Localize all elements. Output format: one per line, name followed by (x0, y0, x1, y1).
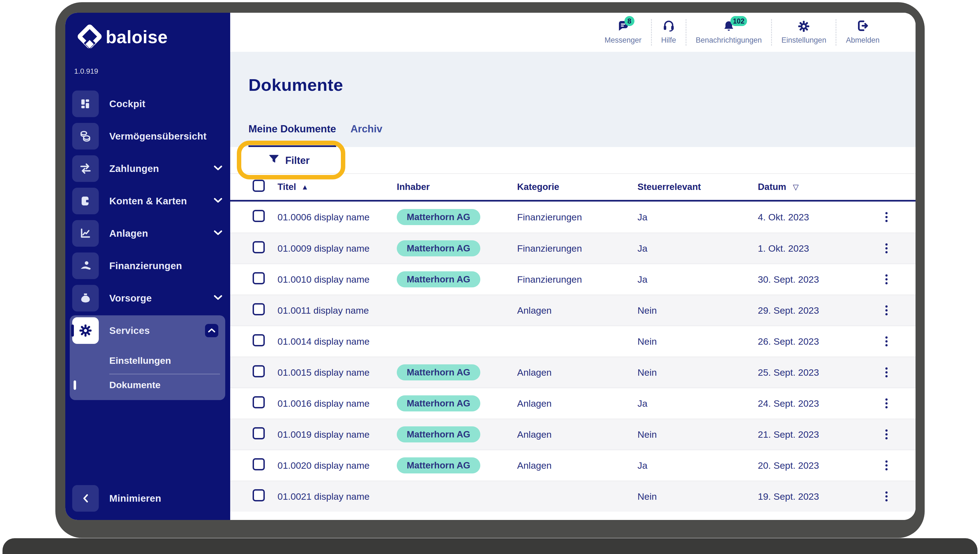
document-title: 01.0014 display name (277, 336, 397, 347)
column-header-steuerrelevant[interactable]: Steuerrelevant (638, 182, 758, 192)
row-checkbox[interactable] (253, 365, 265, 377)
chevron-down-icon (214, 198, 222, 204)
table-row[interactable]: 01.0020 display name Matterhorn AG Anlag… (230, 450, 916, 481)
sidebar-item-cockpit[interactable]: Cockpit (72, 91, 223, 117)
chevron-down-icon (214, 230, 222, 236)
sidebar-subitem-einstellungen[interactable]: Einstellungen (109, 354, 171, 367)
document-category: Anlagen (517, 429, 638, 440)
sidebar-item-zahlungen[interactable]: Zahlungen (72, 155, 223, 182)
document-category: Anlagen (517, 398, 638, 409)
chevron-left-icon (72, 485, 99, 512)
sidebar-minimize-button[interactable]: Minimieren (72, 485, 223, 512)
table-row[interactable]: 01.0006 display name Matterhorn AG Finan… (230, 201, 916, 233)
row-checkbox[interactable] (253, 396, 265, 409)
sidebar-item-services[interactable]: Services (72, 317, 223, 344)
document-date: 29. Sept. 2023 (758, 305, 880, 316)
table-row[interactable]: 01.0019 display name Matterhorn AG Anlag… (230, 418, 916, 450)
chart-line-icon (72, 220, 99, 247)
tab-meine-dokumente[interactable]: Meine Dokumente (248, 123, 336, 147)
document-category: Anlagen (517, 305, 638, 316)
row-actions-kebab-icon[interactable] (880, 398, 892, 409)
document-title: 01.0019 display name (277, 429, 397, 440)
table-row[interactable]: 01.0011 display name Anlagen Nein 29. Se… (230, 295, 916, 326)
row-checkbox[interactable] (253, 210, 265, 222)
row-actions-kebab-icon[interactable] (880, 492, 892, 501)
documents-content: Filter Titel▲ Inhaber Kategorie Steuerre… (230, 147, 916, 520)
owner-chip: Matterhorn AG (397, 240, 480, 256)
collapse-services-button[interactable] (205, 324, 218, 337)
transfer-arrows-icon (72, 155, 99, 182)
row-checkbox[interactable] (253, 272, 265, 284)
baloise-diamond-icon (77, 24, 102, 50)
sidebar-item-anlagen[interactable]: Anlagen (72, 220, 223, 247)
header-abmelden[interactable]: Abmelden (837, 20, 889, 45)
table-body: 01.0006 display name Matterhorn AG Finan… (230, 201, 916, 512)
header-benachrichtigungen[interactable]: 102 Benachrichtigungen (686, 20, 772, 45)
document-date: 19. Sept. 2023 (758, 491, 880, 502)
column-header-inhaber[interactable]: Inhaber (397, 182, 517, 192)
brand-logo[interactable]: baloise (77, 24, 168, 50)
tab-archiv[interactable]: Archiv (350, 123, 382, 147)
document-title: 01.0020 display name (277, 460, 397, 471)
row-actions-kebab-icon[interactable] (880, 429, 892, 439)
row-actions-kebab-icon[interactable] (880, 305, 892, 315)
table-header: Titel▲ Inhaber Kategorie Steuerrelevant … (230, 174, 916, 201)
main-area: 8 Messenger (230, 13, 916, 520)
gear-icon (798, 21, 810, 33)
row-actions-kebab-icon[interactable] (880, 336, 892, 346)
header-messenger[interactable]: 8 Messenger (595, 20, 651, 45)
row-actions-kebab-icon[interactable] (880, 367, 892, 377)
filter-bar: Filter (230, 147, 916, 174)
select-all-checkbox[interactable] (253, 180, 265, 192)
table-row[interactable]: 01.0021 display name Nein 19. Sept. 2023 (230, 481, 916, 512)
submenu-divider (109, 374, 220, 374)
page-header-band: Dokumente Meine Dokumente Archiv (230, 52, 916, 147)
header-einstellungen[interactable]: Einstellungen (772, 20, 835, 45)
document-title: 01.0006 display name (277, 212, 397, 223)
row-checkbox[interactable] (253, 241, 265, 253)
document-title: 01.0016 display name (277, 398, 397, 409)
table-row[interactable]: 01.0014 display name Nein 26. Sept. 2023 (230, 326, 916, 357)
row-checkbox[interactable] (253, 334, 265, 346)
sort-descending-icon: ▽ (793, 183, 799, 191)
document-title: 01.0009 display name (277, 243, 397, 254)
active-indicator (71, 324, 74, 337)
sidebar-item-finanzierungen[interactable]: Finanzierungen (72, 252, 223, 279)
app-version: 1.0.919 (74, 67, 98, 76)
document-title: 01.0011 display name (277, 305, 397, 316)
filter-button[interactable]: Filter (243, 150, 335, 172)
benachrichtigungen-badge: 102 (730, 16, 747, 26)
document-date: 1. Okt. 2023 (758, 243, 880, 254)
column-header-datum[interactable]: Datum▽ (758, 182, 880, 192)
chevron-up-icon (208, 328, 215, 333)
row-checkbox[interactable] (253, 458, 265, 470)
table-row[interactable]: 01.0009 display name Matterhorn AG Finan… (230, 233, 916, 263)
document-title: 01.0010 display name (277, 274, 397, 285)
laptop-base (3, 538, 977, 554)
document-title: 01.0015 display name (277, 367, 397, 378)
sidebar-item-konten-karten[interactable]: Konten & Karten (72, 188, 223, 214)
hand-person-icon (72, 252, 99, 279)
row-actions-kebab-icon[interactable] (880, 212, 892, 222)
row-actions-kebab-icon[interactable] (880, 460, 892, 470)
row-actions-kebab-icon[interactable] (880, 275, 892, 284)
row-checkbox[interactable] (253, 303, 265, 315)
column-header-titel[interactable]: Titel▲ (277, 182, 397, 192)
row-actions-kebab-icon[interactable] (880, 243, 892, 253)
headset-icon (662, 19, 675, 33)
row-checkbox[interactable] (253, 427, 265, 439)
sidebar-subitem-dokumente[interactable]: Dokumente (109, 379, 161, 391)
messenger-badge: 8 (624, 16, 635, 26)
table-row[interactable]: 01.0010 display name Matterhorn AG Finan… (230, 263, 916, 295)
column-header-kategorie[interactable]: Kategorie (517, 182, 638, 192)
row-checkbox[interactable] (253, 489, 265, 501)
header-hilfe[interactable]: Hilfe (652, 20, 686, 45)
document-title: 01.0021 display name (277, 491, 397, 502)
table-row[interactable]: 01.0016 display name Matterhorn AG Anlag… (230, 388, 916, 418)
table-row[interactable]: 01.0015 display name Matterhorn AG Anlag… (230, 357, 916, 388)
document-date: 21. Sept. 2023 (758, 429, 880, 440)
owner-chip: Matterhorn AG (397, 426, 480, 442)
sidebar-item-vermoegensuebersicht[interactable]: Vermögensübersicht (72, 123, 223, 150)
tab-bar: Meine Dokumente Archiv (248, 123, 382, 147)
sidebar-item-vorsorge[interactable]: Vorsorge (72, 285, 223, 311)
